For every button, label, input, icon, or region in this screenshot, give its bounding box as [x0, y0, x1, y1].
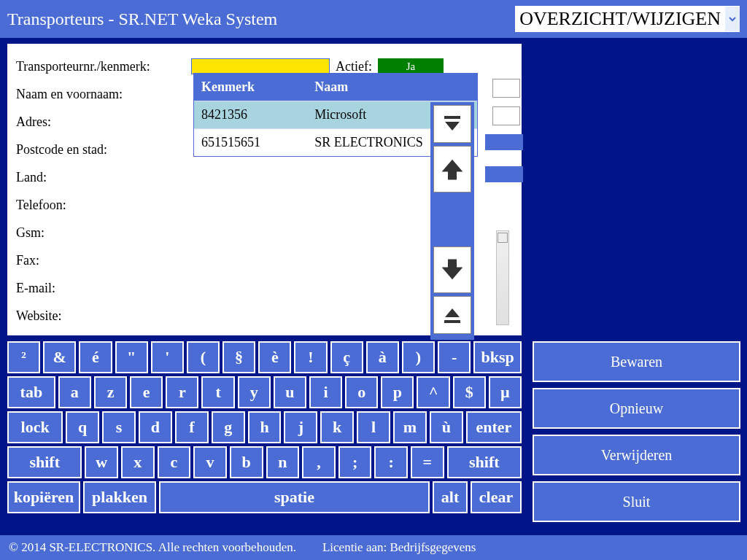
svg-rect-0 — [444, 116, 460, 119]
key-f[interactable]: f — [175, 411, 209, 443]
key-shift-left[interactable]: shift — [7, 446, 82, 478]
action-panel: Bewaren Opnieuw Verwijderen Sluit — [533, 341, 740, 528]
key-q[interactable]: q — [66, 411, 99, 443]
key-r[interactable]: r — [166, 376, 198, 408]
label-telefoon: Telefoon: — [16, 198, 191, 213]
mode-dropdown-value: OVERZICHT/WIJZIGEN — [515, 6, 725, 32]
aux-box-2 — [492, 106, 520, 125]
label-gsm: Gsm: — [16, 225, 191, 241]
key-shift-right[interactable]: shift — [447, 446, 522, 478]
key-enter[interactable]: enter — [466, 411, 522, 443]
transporteurnr-input[interactable] — [191, 58, 330, 74]
license-text: Licentie aan: Bedrijfsgegevens — [322, 540, 476, 555]
page-title: Transporteurs - SR.NET Weka System — [7, 9, 277, 29]
key-semicolon[interactable]: ; — [338, 446, 372, 478]
col-kenmerk: Kenmerk — [194, 74, 307, 101]
first-button[interactable] — [433, 105, 471, 143]
key-quote[interactable]: " — [115, 341, 148, 373]
title-bar: Transporteurs - SR.NET Weka System OVERZ… — [0, 0, 747, 38]
aux-box-4 — [485, 166, 523, 182]
label-transporteurnr: Transporteurnr./kenmerk: — [16, 59, 191, 74]
key-u[interactable]: u — [274, 376, 306, 408]
key-z[interactable]: z — [94, 376, 127, 408]
key-eacute[interactable]: é — [79, 341, 112, 373]
key-paste[interactable]: plakken — [83, 481, 156, 513]
svg-rect-1 — [444, 320, 460, 323]
aux-box-3 — [485, 134, 523, 150]
key-g[interactable]: g — [212, 411, 245, 443]
key-p[interactable]: p — [381, 376, 414, 408]
delete-button[interactable]: Verwijderen — [533, 435, 740, 475]
key-d[interactable]: d — [139, 411, 172, 443]
key-clear[interactable]: clear — [471, 481, 522, 513]
chevron-down-icon — [725, 7, 740, 31]
key-t[interactable]: t — [201, 376, 234, 408]
key-excl[interactable]: ! — [294, 341, 327, 373]
key-caret[interactable]: ^ — [417, 376, 449, 408]
label-land: Land: — [16, 170, 191, 185]
scrollbar[interactable] — [496, 230, 509, 325]
key-y[interactable]: y — [238, 376, 271, 408]
last-button[interactable] — [433, 296, 471, 334]
key-k[interactable]: k — [320, 411, 354, 443]
status-bar: © 2014 SR-ELECTRONICS. Alle rechten voor… — [0, 535, 747, 560]
key-sup2[interactable]: ² — [7, 341, 40, 373]
key-rparen[interactable]: ) — [402, 341, 435, 373]
label-adres: Adres: — [16, 114, 191, 130]
actief-value[interactable]: Ja — [378, 58, 444, 74]
key-j[interactable]: j — [284, 411, 317, 443]
key-i[interactable]: i — [309, 376, 342, 408]
key-b[interactable]: b — [230, 446, 263, 478]
key-agrave[interactable]: à — [366, 341, 399, 373]
col-naam: Naam — [307, 74, 477, 101]
key-h[interactable]: h — [248, 411, 282, 443]
key-lparen[interactable]: ( — [187, 341, 220, 373]
mode-dropdown[interactable]: OVERZICHT/WIJZIGEN — [515, 6, 740, 32]
key-tab[interactable]: tab — [7, 376, 55, 408]
key-comma[interactable]: , — [302, 446, 336, 478]
key-ugrave[interactable]: ù — [430, 411, 463, 443]
label-naam: Naam en voornaam: — [16, 87, 191, 102]
label-website: Website: — [16, 308, 191, 324]
label-email: E-mail: — [16, 281, 191, 296]
down-button[interactable] — [433, 246, 471, 293]
key-backspace[interactable]: bksp — [473, 341, 522, 373]
key-o[interactable]: o — [345, 376, 378, 408]
key-amp[interactable]: & — [43, 341, 76, 373]
key-c[interactable]: c — [158, 446, 191, 478]
key-alt[interactable]: alt — [433, 481, 468, 513]
key-v[interactable]: v — [193, 446, 227, 478]
key-m[interactable]: m — [393, 411, 427, 443]
key-lock[interactable]: lock — [7, 411, 63, 443]
key-l[interactable]: l — [357, 411, 390, 443]
copyright-text: © 2014 SR-ELECTRONICS. Alle rechten voor… — [9, 540, 296, 555]
key-mu[interactable]: µ — [489, 376, 522, 408]
aux-box-1 — [492, 79, 520, 98]
key-copy[interactable]: kopiëren — [7, 481, 80, 513]
label-postcode: Postcode en stad: — [16, 142, 191, 158]
save-button[interactable]: Bewaren — [533, 341, 740, 382]
key-n[interactable]: n — [266, 446, 300, 478]
close-button[interactable]: Sluit — [533, 481, 740, 522]
key-e[interactable]: e — [130, 376, 163, 408]
list-nav-column — [430, 102, 474, 340]
key-a[interactable]: a — [58, 376, 91, 408]
up-button[interactable] — [433, 146, 471, 192]
key-x[interactable]: x — [121, 446, 155, 478]
key-w[interactable]: w — [85, 446, 118, 478]
key-space[interactable]: spatie — [159, 481, 430, 513]
key-s[interactable]: s — [102, 411, 136, 443]
on-screen-keyboard: ² & é " ' ( § è ! ç à ) - bksp tab a z e… — [7, 341, 522, 516]
key-equals[interactable]: = — [411, 446, 444, 478]
key-colon[interactable]: : — [374, 446, 408, 478]
key-ccedil[interactable]: ç — [330, 341, 363, 373]
key-dollar[interactable]: $ — [453, 376, 486, 408]
key-apos[interactable]: ' — [151, 341, 184, 373]
label-fax: Fax: — [16, 253, 191, 268]
reset-button[interactable]: Opnieuw — [533, 388, 740, 429]
key-sect[interactable]: § — [222, 341, 255, 373]
key-minus[interactable]: - — [438, 341, 471, 373]
key-egrave[interactable]: è — [258, 341, 291, 373]
label-actief: Actief: — [336, 59, 372, 74]
